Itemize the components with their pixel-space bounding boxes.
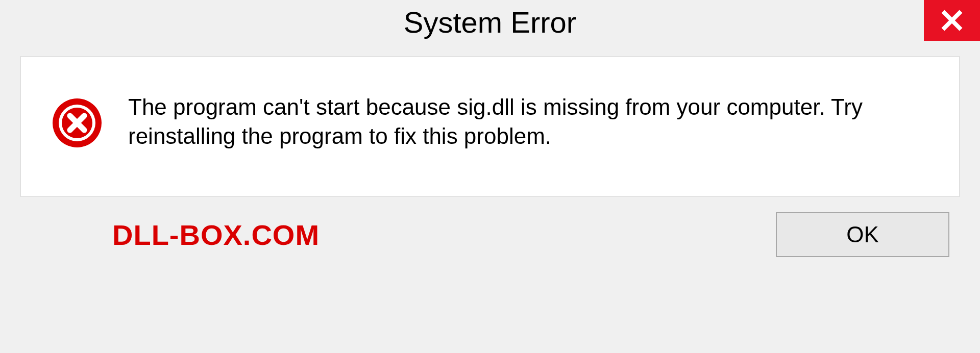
ok-button[interactable]: OK	[776, 212, 949, 257]
ok-button-label: OK	[846, 222, 879, 247]
close-button[interactable]	[924, 0, 980, 41]
close-icon	[941, 9, 963, 32]
error-icon	[52, 97, 103, 148]
message-panel: The program can't start because sig.dll …	[20, 56, 960, 197]
brand-watermark: DLL-BOX.COM	[112, 218, 320, 251]
titlebar: System Error	[0, 0, 980, 51]
footer: DLL-BOX.COM OK	[0, 197, 980, 272]
error-message: The program can't start because sig.dll …	[128, 92, 928, 150]
dialog-title: System Error	[404, 5, 576, 39]
